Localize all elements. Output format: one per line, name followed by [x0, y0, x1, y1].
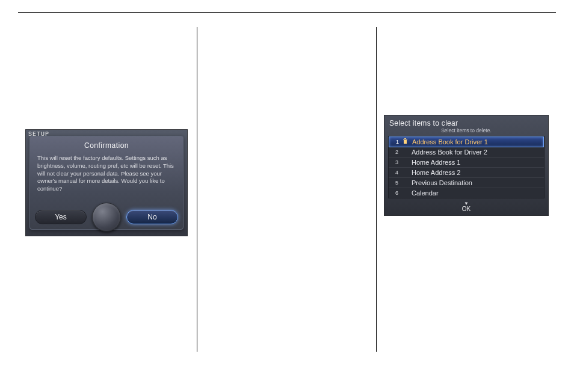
dialog-button-row: Yes No	[30, 210, 183, 229]
list-item-label: Home Address 1	[412, 159, 460, 166]
list-item[interactable]: 3Home Address 1	[389, 158, 544, 168]
confirmation-screen: SETUP Confirmation This will reset the f…	[25, 129, 188, 236]
yes-button[interactable]: Yes	[35, 210, 87, 224]
list-item-number: 1	[393, 139, 399, 145]
dialog-title: Confirmation	[36, 140, 177, 153]
list-item-number: 4	[392, 170, 398, 176]
list-item-label: Address Book for Driver 1	[412, 138, 488, 145]
column-right: Select items to clear Select items to de…	[377, 27, 556, 352]
list-item-label: Home Address 2	[412, 169, 460, 176]
clear-items-screen: Select items to clear Select items to de…	[384, 115, 549, 216]
trash-icon	[403, 138, 408, 144]
column-middle	[197, 27, 377, 352]
list-item[interactable]: 2Address Book for Driver 2	[389, 147, 544, 158]
list-item[interactable]: 6Calendar	[389, 188, 544, 198]
list-item[interactable]: 4Home Address 2	[389, 168, 544, 178]
list-item-number: 3	[392, 159, 398, 165]
page-top-rule	[18, 12, 556, 13]
ok-bar: OK	[388, 201, 545, 213]
three-column-layout: SETUP Confirmation This will reset the f…	[18, 27, 556, 352]
clear-items-subtitle: Select items to delete.	[388, 127, 545, 136]
ok-button[interactable]: OK	[462, 201, 471, 212]
list-item[interactable]: 1Address Book for Driver 1	[389, 136, 544, 147]
list-item-label: Address Book for Driver 2	[412, 149, 487, 156]
list-item-number: 5	[392, 180, 398, 186]
list-item-trash-slot	[403, 138, 409, 145]
no-button[interactable]: No	[126, 210, 178, 224]
list-item-label: Calendar	[412, 189, 439, 197]
list-item-label: Previous Destination	[412, 179, 472, 186]
dial-knob-icon[interactable]	[92, 203, 121, 231]
dialog-body-text: This will reset the factory defaults. Se…	[36, 153, 177, 210]
column-left: SETUP Confirmation This will reset the f…	[18, 27, 197, 352]
confirmation-dialog: Confirmation This will reset the factory…	[29, 136, 184, 230]
clear-items-list: 1Address Book for Driver 12Address Book …	[388, 136, 545, 198]
list-item[interactable]: 5Previous Destination	[389, 178, 544, 188]
clear-items-title: Select items to clear	[388, 118, 545, 127]
list-item-number: 6	[392, 190, 398, 196]
list-item-number: 2	[392, 149, 398, 155]
